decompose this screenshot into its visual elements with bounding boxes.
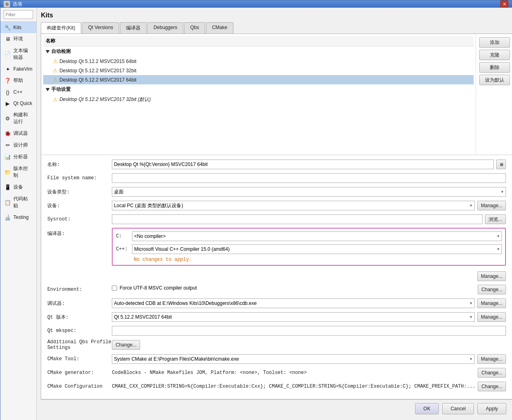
sidebar-item-debugger[interactable]: 🐞 调试器 — [0, 128, 36, 139]
no-changes-msg: No changes to apply. — [134, 257, 502, 262]
compiler-value-area: C: <No compiler> ▼ — [112, 228, 506, 281]
qt-mkspec-value-area — [112, 326, 506, 336]
sidebar-item-env[interactable]: 🖥 环境 — [0, 33, 36, 45]
environment-row: Environment: Force UTF-8 MSVC compiler o… — [47, 284, 506, 295]
sidebar-item-testing[interactable]: 🔬 Testing — [0, 212, 36, 223]
kit-item-manual-name-0: Desktop Qt 5.12.2 MSVC2017 32bit (默认) — [59, 96, 151, 103]
sidebar-item-codepaste[interactable]: 📋 代码粘贴 — [0, 193, 36, 212]
environment-label: Environment: — [47, 287, 112, 292]
sidebar-item-designer[interactable]: ✏ 设计师 — [0, 139, 36, 151]
tab-build-kit[interactable]: 构建套件(Kit) — [41, 22, 81, 34]
name-value-area: 🖥 — [112, 160, 506, 169]
cmake-config-change-btn[interactable]: Change... — [478, 382, 506, 391]
add-button[interactable]: 添加 — [479, 37, 510, 48]
qt-version-select[interactable]: Qt 5.12.2 MSVC2017 64bit ▼ — [112, 312, 475, 322]
qt-mkspec-input[interactable] — [112, 326, 506, 336]
warning-icon-1: ⚠ — [53, 67, 58, 74]
device-label: 设备: — [47, 202, 112, 209]
name-label: 名称: — [47, 161, 112, 168]
kit-actions: 添加 克隆 删除 设为默认 — [476, 34, 512, 155]
debugger-text: Auto-detected CDB at E:\Windows Kits\10\… — [114, 300, 257, 306]
qt-mkspec-label: Qt mkspec: — [47, 328, 112, 334]
cmake-tool-manage-btn[interactable]: Manage... — [477, 354, 506, 364]
sidebar-item-qt-quick[interactable]: ▶ Qt Quick — [0, 98, 36, 109]
sidebar-item-devices[interactable]: 📱 设备 — [0, 181, 36, 193]
cancel-button[interactable]: Cancel — [442, 403, 474, 414]
cpp-compiler-arrow: ▼ — [496, 247, 500, 251]
tab-compilers[interactable]: 编译器 — [120, 22, 147, 34]
cpp-compiler-select[interactable]: Microsoft Visual C++ Compiler 15.0 (amd6… — [132, 244, 502, 254]
compiler-manage-btn[interactable]: Manage... — [477, 271, 506, 281]
c-compiler-label: C: — [116, 233, 132, 239]
qbs-profile-value-area: Change... — [112, 340, 506, 350]
cpp-icon: {} — [4, 89, 11, 95]
kit-item-manual-0[interactable]: ⚠ Desktop Qt 5.12.2 MSVC2017 32bit (默认) — [43, 94, 474, 105]
sidebar-item-analyzer[interactable]: 📊 分析器 — [0, 151, 36, 163]
apply-button[interactable]: Apply — [477, 403, 506, 414]
delete-button[interactable]: 删除 — [479, 62, 510, 73]
debugger-arrow: ▼ — [469, 301, 473, 305]
filter-input[interactable] — [4, 10, 33, 19]
close-button[interactable]: ✕ — [500, 0, 508, 8]
sidebar-item-label: 设备 — [13, 184, 23, 191]
c-compiler-select[interactable]: <No compiler> ▼ — [132, 231, 502, 241]
sysroot-browse-btn[interactable]: 浏览... — [485, 214, 506, 224]
warning-icon-m0: ⚠ — [53, 97, 58, 103]
qbs-change-btn[interactable]: Change... — [112, 340, 140, 350]
device-manage-btn[interactable]: Manage... — [477, 201, 506, 210]
sidebar-item-kits[interactable]: 🔧 Kits — [0, 22, 36, 33]
tab-qbs[interactable]: Qbs — [184, 22, 205, 34]
detail-form: 名称: 🖥 File system name: — [41, 155, 512, 399]
device-type-label: 设备类型: — [47, 189, 112, 195]
main-window: ⚙ 选项 ✕ 🔧 Kits 🖥 环境 📄 — [0, 0, 512, 420]
qt-version-manage-btn[interactable]: Manage... — [477, 312, 506, 322]
kit-tree-header: 名称 — [43, 36, 474, 46]
env-change-btn[interactable]: Change... — [478, 285, 506, 294]
expand-auto-icon — [46, 50, 50, 53]
cmake-tool-select[interactable]: System CMake at E:\Program Files\CMake\b… — [112, 354, 475, 364]
device-row: 设备: Local PC (桌面 类型的默认设备) ▼ Manage... — [47, 200, 506, 211]
set-default-button[interactable]: 设为默认 — [479, 75, 510, 85]
name-input[interactable] — [112, 160, 494, 169]
sidebar-item-cpp[interactable]: {} C++ — [0, 86, 36, 98]
device-type-value-area: 桌面 ▼ — [112, 187, 506, 197]
tab-cmake[interactable]: CMake — [206, 22, 233, 34]
kit-item-2[interactable]: ⚠ Desktop Qt 5.12.2 MSVC2017 64bit — [43, 75, 474, 84]
sidebar-item-label: 帮助 — [13, 77, 23, 84]
debugger-manage-btn[interactable]: Manage... — [477, 298, 506, 308]
sidebar-item-text-editor[interactable]: 📄 文本编辑器 — [0, 45, 36, 63]
tab-debuggers[interactable]: Debuggers — [147, 22, 183, 34]
cmake-config-label: CMake Configuration — [47, 384, 112, 389]
clone-button[interactable]: 克隆 — [479, 50, 510, 60]
filesystem-input[interactable] — [112, 173, 506, 183]
sidebar-item-label: 构建和运行 — [13, 111, 32, 125]
text-editor-icon: 📄 — [4, 51, 11, 57]
cmake-tool-value-area: System CMake at E:\Program Files\CMake\b… — [112, 354, 506, 364]
device-arrow: ▼ — [469, 204, 473, 208]
c-compiler-text: <No compiler> — [134, 233, 166, 239]
sysroot-label: Sysroot: — [47, 216, 112, 222]
device-select[interactable]: Local PC (桌面 类型的默认设备) ▼ — [112, 201, 475, 210]
debugger-select[interactable]: Auto-detected CDB at E:\Windows Kits\10\… — [112, 298, 475, 308]
sidebar-item-fakevim[interactable]: ✦ FakeVim — [0, 63, 36, 75]
name-icon-btn[interactable]: 🖥 — [496, 160, 506, 169]
sidebar-item-label: C++ — [13, 89, 23, 95]
device-type-select[interactable]: 桌面 ▼ — [112, 187, 506, 197]
sidebar-item-vcs[interactable]: 📁 版本控制 — [0, 163, 36, 181]
kit-item-name-1: Desktop Qt 5.12.2 MSVC2017 32bit — [59, 68, 136, 74]
cmake-generator-change-btn[interactable]: Change... — [478, 368, 506, 378]
tab-qt-versions[interactable]: Qt Versions — [82, 22, 119, 34]
main-panel: Kits 构建套件(Kit) Qt Versions 编译器 Debuggers… — [37, 8, 512, 420]
kit-item-0[interactable]: ⚠ Desktop Qt 5.12.2 MSVC2015 64bit — [43, 57, 474, 66]
kit-item-1[interactable]: ⚠ Desktop Qt 5.12.2 MSVC2017 32bit — [43, 66, 474, 75]
force-utf8-checkbox[interactable] — [112, 286, 117, 291]
cmake-tool-arrow: ▼ — [469, 357, 473, 361]
auto-detect-label: 自动检测 — [51, 48, 71, 55]
ok-button[interactable]: OK — [415, 403, 439, 414]
compiler-label: 编译器: — [47, 228, 112, 237]
sidebar-item-label: 调试器 — [13, 130, 28, 137]
sysroot-input[interactable] — [112, 214, 483, 224]
sidebar-item-build-run[interactable]: ⚙ 构建和运行 — [0, 109, 36, 128]
sidebar-item-help[interactable]: ❓ 帮助 — [0, 75, 36, 86]
device-text: Local PC (桌面 类型的默认设备) — [114, 202, 183, 209]
